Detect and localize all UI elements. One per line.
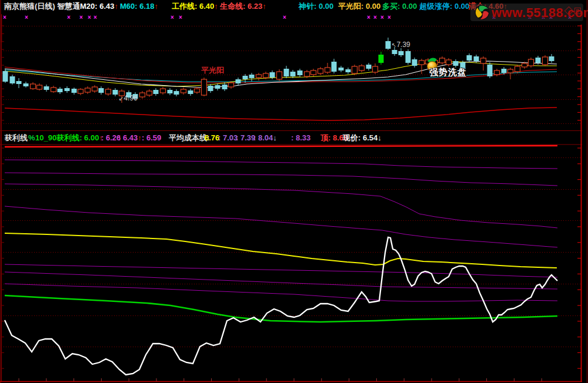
candle-body (10, 76, 15, 83)
stock-title: 南京熊猫(日线) 智慧通 (4, 1, 80, 12)
sell-signal-x-mark: × (3, 15, 6, 21)
indicator-line-level-6.26 (5, 284, 557, 301)
candle-body (249, 75, 255, 78)
strong-washout-label: 强势洗盘 (429, 67, 467, 78)
candle-body (318, 69, 323, 73)
header-item: 神针: 0.00 (299, 1, 333, 12)
candle-body (147, 91, 152, 95)
55188-logo-icon (474, 4, 490, 21)
candle-body (263, 73, 269, 78)
indicator-line-level-7.39 (5, 184, 557, 228)
candle-body (168, 90, 173, 93)
candle-body (3, 71, 8, 82)
candle-body (502, 69, 507, 73)
candle-body (412, 59, 417, 66)
candle-body (453, 61, 459, 66)
header-item: 工作线: 6.40↑ (172, 1, 218, 12)
high-price-label: ↖7.39 (392, 41, 410, 49)
candle-body (202, 79, 207, 95)
candle-body (208, 86, 213, 91)
candle-body (339, 68, 344, 70)
candle-body (406, 51, 411, 63)
candle-body (305, 72, 310, 76)
up-arrow-icon: ↑ (262, 2, 266, 11)
candle-body (467, 55, 472, 61)
sell-signal-x-mark: × (93, 15, 97, 21)
indicator-item: : 8.04↓ (253, 132, 277, 145)
candle-body (529, 59, 534, 66)
candle-body (474, 56, 479, 61)
candle-body (78, 89, 83, 93)
indicator-line-price-6.54 (5, 237, 557, 375)
candle-body (373, 66, 378, 72)
candle-body (243, 76, 248, 79)
candle-body (113, 90, 118, 95)
candle-body (236, 79, 241, 83)
indicator-line-top-8.68 (5, 146, 557, 147)
candle-body (536, 58, 541, 63)
candle-body (31, 84, 36, 89)
candle-body (222, 85, 228, 89)
candle-body (440, 58, 445, 63)
up-arrow-icon: ↑ (138, 133, 142, 142)
up-arrow-icon: ↑ (214, 2, 218, 11)
sell-signal-x-mark: × (25, 15, 28, 21)
down-arrow-icon: ↓ (273, 133, 277, 142)
candle-body (24, 83, 29, 86)
candle-body (37, 85, 42, 89)
candle-body (515, 66, 520, 72)
low-price-label: ↙4.96 (119, 94, 138, 102)
sell-signal-x-mark: × (387, 15, 391, 21)
candle-body (325, 68, 330, 72)
header-item: 超级涨停: 0.00 (419, 1, 469, 12)
candle-body (290, 72, 296, 76)
candle-body (51, 88, 56, 92)
ma-line-envelope-low (5, 107, 557, 120)
candle-body (229, 83, 234, 87)
sell-signal-x-mark: × (380, 15, 384, 21)
sell-signal-x-mark: × (79, 15, 83, 21)
indicator-item: : 7.03 (218, 132, 238, 145)
down-arrow-icon: ↓ (377, 133, 382, 142)
up-arrow-icon: ↑ (115, 2, 119, 11)
indicator-item: : 6.43↑ (118, 132, 142, 145)
restore-window-icon[interactable] (574, 8, 581, 14)
candle-body (346, 69, 351, 72)
header-item: 生命线: 6.23↑ (220, 1, 266, 12)
candle-body (487, 65, 493, 76)
sell-signal-x-mark: × (171, 15, 174, 21)
indicator-item: 平均成本线: (169, 132, 209, 145)
indicator-line-level-7.03 (5, 206, 557, 247)
candle-body (140, 93, 145, 97)
watermark-text: www.55188.com (492, 5, 588, 21)
sell-signal-x-mark: × (179, 15, 182, 21)
trading-app-window: 南京熊猫(日线) 智慧通M20: 6.43↑M60: 6.18↑工作线: 6.4… (0, 0, 588, 383)
candle-body (72, 89, 77, 93)
candle-body (311, 70, 316, 75)
candle-body (85, 88, 91, 92)
candle-body (195, 89, 200, 92)
sell-signal-x-mark: × (367, 15, 370, 21)
indicator-item: 6.76 (205, 132, 219, 145)
candle-body (386, 41, 391, 49)
candle-body (549, 56, 554, 61)
indicator-item: % (28, 132, 35, 145)
candle-body (508, 69, 513, 73)
candle-body (298, 70, 303, 75)
candle-body (419, 61, 425, 65)
candle-body (284, 69, 289, 76)
candle-body (543, 57, 548, 65)
candle-body (446, 60, 452, 65)
header-item: M60: 6.18↑ (120, 1, 158, 12)
candle-body (65, 88, 70, 91)
candle-body (379, 55, 384, 63)
sell-signal-x-mark: × (283, 15, 286, 21)
candle-body (174, 91, 179, 95)
candle-body (99, 88, 104, 93)
indicator-item: : 6.59 (142, 132, 161, 145)
indicator-item: 10_90获利线: 6.00↑ (35, 132, 103, 145)
indicator-title-bar: 获利线%10_90获利线: 6.00↑: 6.26: 6.43↑: 6.59平均… (0, 132, 588, 145)
candle-body (392, 50, 397, 54)
candle-body (215, 85, 220, 89)
candle-body (153, 90, 159, 94)
